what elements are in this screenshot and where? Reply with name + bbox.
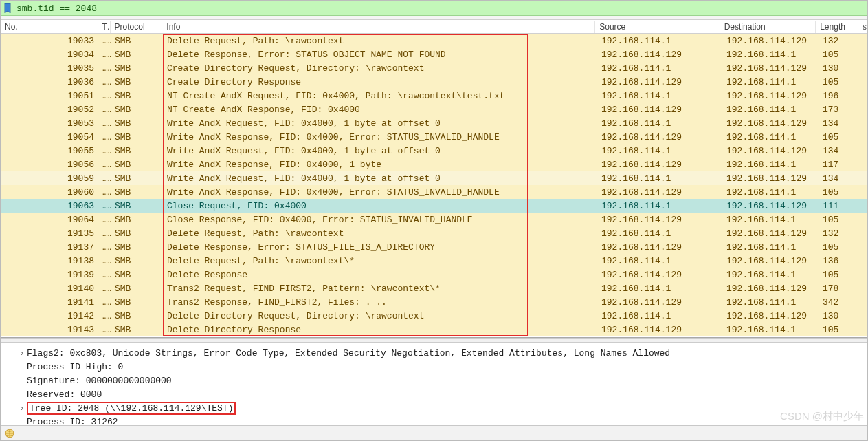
cell-source: 192.168.114.1 bbox=[597, 200, 722, 212]
packet-row[interactable]: 19135…SMBDelete Request, Path: \rawconte… bbox=[1, 226, 867, 240]
packet-row[interactable]: 19064…SMBClose Response, FID: 0x4000, Er… bbox=[1, 213, 867, 226]
cell-destination: 192.168.114.129 bbox=[722, 283, 819, 294]
packet-row[interactable]: 19053…SMBWrite AndX Request, FID: 0x4000… bbox=[1, 116, 867, 130]
cell-destination: 192.168.114.129 bbox=[722, 310, 819, 322]
packet-row[interactable]: 19143…SMBDelete Directory Response192.16… bbox=[1, 323, 867, 336]
packet-row[interactable]: 19140…SMBTrans2 Request, FIND_FIRST2, Pa… bbox=[1, 281, 867, 295]
col-header-protocol[interactable]: Protocol bbox=[111, 21, 163, 33]
cell-protocol: SMB bbox=[111, 297, 163, 308]
tree-item-reserved[interactable]: Reserved: 0000 bbox=[6, 387, 862, 401]
cell-info: Delete Directory Response bbox=[163, 324, 597, 336]
cell-info: Trans2 Request, FIND_FIRST2, Pattern: \r… bbox=[163, 283, 597, 294]
tree-item-flags2[interactable]: ›Flags2: 0xc803, Unicode Strings, Error … bbox=[6, 346, 862, 360]
cell-destination: 192.168.114.1 bbox=[722, 104, 819, 116]
col-header-no[interactable]: No. bbox=[1, 21, 98, 33]
packet-row[interactable]: 19056…SMBWrite AndX Response, FID: 0x400… bbox=[1, 158, 867, 171]
cell-length: 173 bbox=[819, 104, 861, 116]
cell-source: 192.168.114.129 bbox=[597, 159, 722, 171]
packet-row[interactable]: 19052…SMBNT Create AndX Response, FID: 0… bbox=[1, 103, 867, 116]
packet-row[interactable]: 19033…SMBDelete Request, Path: \rawconte… bbox=[1, 34, 867, 47]
column-header-row[interactable]: No. Ti Protocol Info Source Destination … bbox=[1, 20, 867, 34]
cell-no: 19052 bbox=[1, 104, 98, 116]
display-filter-input[interactable] bbox=[16, 3, 864, 14]
packet-row[interactable]: 19036…SMBCreate Directory Response192.16… bbox=[1, 75, 867, 89]
cell-info: Write AndX Response, FID: 0x4000, Error:… bbox=[163, 186, 597, 198]
cell-no: 19055 bbox=[1, 145, 98, 157]
tree-item-signature[interactable]: Signature: 0000000000000000 bbox=[6, 374, 862, 387]
packet-row[interactable]: 19051…SMBNT Create AndX Request, FID: 0x… bbox=[1, 89, 867, 103]
cell-length: 134 bbox=[819, 118, 861, 129]
cell-source: 192.168.114.1 bbox=[597, 283, 722, 294]
cell-no: 19054 bbox=[1, 131, 98, 143]
display-filter-bar[interactable] bbox=[1, 1, 867, 16]
expand-icon[interactable]: › bbox=[17, 348, 27, 358]
pid-text: Process ID: 31262 bbox=[27, 417, 118, 426]
tree-id-text: Tree ID: 2048 (\\192.168.114.129\TEST) bbox=[30, 403, 233, 413]
cell-source: 192.168.114.129 bbox=[597, 269, 722, 281]
packet-row[interactable]: 19141…SMBTrans2 Response, FIND_FIRST2, F… bbox=[1, 295, 867, 309]
cell-destination: 192.168.114.1 bbox=[722, 269, 819, 281]
col-header-length[interactable]: Length bbox=[816, 21, 858, 33]
cell-info: Delete Directory Request, Directory: \ra… bbox=[163, 310, 597, 322]
packet-row[interactable]: 19142…SMBDelete Directory Request, Direc… bbox=[1, 309, 867, 323]
cell-length: 105 bbox=[819, 269, 861, 281]
packet-row[interactable]: 19139…SMBDelete Response192.168.114.1291… bbox=[1, 268, 867, 281]
packet-row[interactable]: 19063…SMBClose Request, FID: 0x4000192.1… bbox=[1, 199, 867, 213]
packet-details-pane[interactable]: ›Flags2: 0xc803, Unicode Strings, Error … bbox=[1, 343, 867, 425]
cell-length: 178 bbox=[819, 283, 861, 294]
cell-destination: 192.168.114.129 bbox=[722, 228, 819, 239]
flags2-text: Flags2: 0xc803, Unicode Strings, Error C… bbox=[27, 348, 670, 358]
cell-destination: 192.168.114.129 bbox=[722, 255, 819, 267]
cell-time: … bbox=[98, 200, 111, 212]
cell-protocol: SMB bbox=[111, 255, 163, 267]
col-header-dest[interactable]: Destination bbox=[720, 21, 816, 33]
expand-icon[interactable]: › bbox=[17, 403, 27, 413]
cell-info: Write AndX Response, FID: 0x4000, Error:… bbox=[163, 131, 597, 143]
cell-protocol: SMB bbox=[111, 145, 163, 157]
cell-no: 19139 bbox=[1, 269, 98, 281]
packet-row[interactable]: 19137…SMBDelete Response, Error: STATUS_… bbox=[1, 240, 867, 254]
cell-protocol: SMB bbox=[111, 173, 163, 184]
cell-info: Trans2 Response, FIND_FIRST2, Files: . .… bbox=[163, 297, 597, 308]
tree-item-pid-high[interactable]: Process ID High: 0 bbox=[6, 360, 862, 374]
cell-no: 19035 bbox=[1, 63, 98, 74]
packet-row[interactable]: 19055…SMBWrite AndX Request, FID: 0x4000… bbox=[1, 144, 867, 158]
packet-row[interactable]: 19060…SMBWrite AndX Response, FID: 0x400… bbox=[1, 185, 867, 199]
cell-time: … bbox=[98, 159, 111, 171]
packet-row[interactable]: 19138…SMBDelete Request, Path: \rawconte… bbox=[1, 254, 867, 268]
cell-info: Write AndX Response, FID: 0x4000, 1 byte bbox=[163, 159, 597, 171]
cell-no: 19140 bbox=[1, 283, 98, 294]
status-bar bbox=[1, 425, 867, 440]
packet-row[interactable]: 19054…SMBWrite AndX Response, FID: 0x400… bbox=[1, 130, 867, 144]
cell-source: 192.168.114.1 bbox=[597, 118, 722, 129]
col-header-extra[interactable]: s bbox=[858, 21, 867, 33]
cell-no: 19135 bbox=[1, 228, 98, 239]
cell-protocol: SMB bbox=[111, 118, 163, 129]
cell-info: Write AndX Request, FID: 0x4000, 1 byte … bbox=[163, 173, 597, 184]
tree-item-tree-id[interactable]: ›Tree ID: 2048 (\\192.168.114.129\TEST) bbox=[6, 401, 862, 415]
packet-list-pane[interactable]: No. Ti Protocol Info Source Destination … bbox=[1, 20, 867, 338]
cell-destination: 192.168.114.129 bbox=[722, 200, 819, 212]
cell-time: … bbox=[98, 310, 111, 322]
cell-no: 19142 bbox=[1, 310, 98, 322]
col-header-source[interactable]: Source bbox=[595, 21, 720, 33]
cell-no: 19143 bbox=[1, 324, 98, 336]
col-header-time[interactable]: Ti bbox=[98, 21, 111, 33]
col-header-info[interactable]: Info bbox=[162, 21, 595, 33]
packet-row[interactable]: 19034…SMBDelete Response, Error: STATUS_… bbox=[1, 47, 867, 61]
cell-source: 192.168.114.129 bbox=[597, 49, 722, 61]
cell-length: 132 bbox=[819, 228, 861, 239]
tree-item-pid[interactable]: Process ID: 31262 bbox=[6, 415, 862, 425]
packet-row[interactable]: 19059…SMBWrite AndX Request, FID: 0x4000… bbox=[1, 171, 867, 185]
cell-length: 111 bbox=[819, 200, 861, 212]
cell-time: … bbox=[98, 118, 111, 129]
cell-protocol: SMB bbox=[111, 214, 163, 226]
cell-destination: 192.168.114.1 bbox=[722, 241, 819, 253]
cell-destination: 192.168.114.1 bbox=[722, 186, 819, 198]
cell-no: 19033 bbox=[1, 35, 98, 47]
cell-source: 192.168.114.1 bbox=[597, 310, 722, 322]
cell-length: 136 bbox=[819, 255, 861, 267]
packet-row[interactable]: 19035…SMBCreate Directory Request, Direc… bbox=[1, 61, 867, 75]
cell-no: 19051 bbox=[1, 90, 98, 102]
cell-source: 192.168.114.1 bbox=[597, 63, 722, 74]
